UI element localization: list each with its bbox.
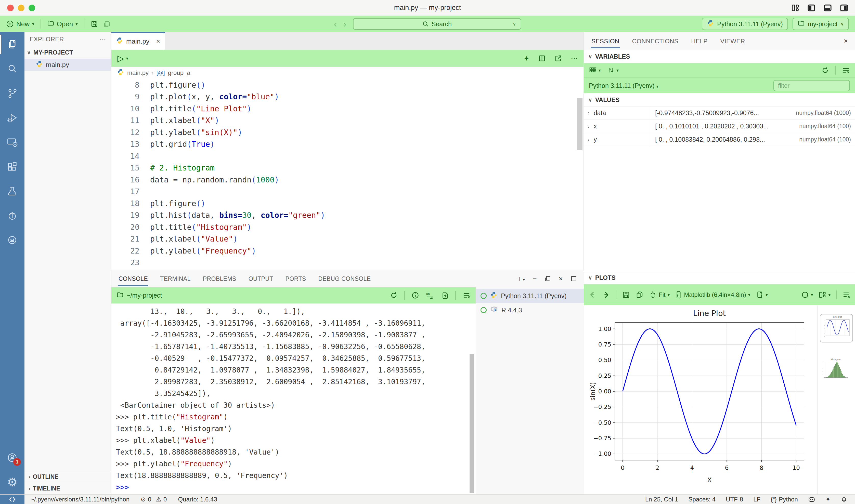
code-line[interactable]: 23 <box>111 257 584 269</box>
code-line[interactable]: 9plt.plot(x, y, color="blue") <box>111 91 584 103</box>
plot-size-selector[interactable]: Matplotlib (6.4in×4.8in)▾ <box>675 291 750 299</box>
encoding-status[interactable]: UTF-8 <box>726 496 743 503</box>
restore-panel-icon[interactable] <box>545 275 551 282</box>
plot-shape-icon[interactable]: ▾ <box>801 291 813 299</box>
code-line[interactable]: 8plt.figure() <box>111 79 584 91</box>
indentation-status[interactable]: Spaces: 4 <box>688 496 716 503</box>
fit-plot-icon[interactable]: Fit▾ <box>649 291 670 299</box>
search-dropdown-icon[interactable]: ∨ <box>513 21 516 27</box>
timeline-section[interactable]: ›TIMELINE <box>24 483 111 494</box>
language-mode-status[interactable]: {˟}Python <box>771 496 798 503</box>
console-info-icon[interactable] <box>411 291 419 299</box>
python-path-status[interactable]: ~/.pyenv/versions/3.11.11/bin/python <box>31 496 129 503</box>
code-line[interactable]: 18plt.figure() <box>111 197 584 210</box>
account-icon[interactable]: 1 <box>0 445 24 470</box>
testing-icon[interactable] <box>0 179 24 203</box>
right-tab-session[interactable]: SESSION <box>591 34 620 48</box>
export-plot-icon[interactable]: ▾ <box>756 291 768 299</box>
sort-variables-icon[interactable]: ▾ <box>607 67 619 74</box>
code-line[interactable]: 21plt.xlabel("Value") <box>111 233 584 245</box>
open-in-window-icon[interactable] <box>554 55 562 62</box>
new-terminal-icon[interactable]: ＋▾ <box>516 274 525 284</box>
right-tab-connections[interactable]: CONNECTIONS <box>632 34 679 48</box>
open-button[interactable]: Open▾ <box>47 20 78 29</box>
code-line[interactable]: 13plt.grid(True) <box>111 138 584 150</box>
code-line[interactable]: 15# 2. Histogram <box>111 162 584 174</box>
code-line[interactable]: 14 <box>111 150 584 162</box>
remote-console-icon[interactable]: >< <box>0 130 24 155</box>
export-console-icon[interactable] <box>441 291 449 299</box>
editor-more-actions-icon[interactable]: ⋯ <box>571 54 578 63</box>
variable-row-data[interactable]: ›data[-0.97448233,-0.75009923,-0.9076...… <box>584 107 855 120</box>
new-button[interactable]: New▾ <box>6 20 34 28</box>
outline-section[interactable]: ›OUTLINE <box>24 471 111 483</box>
variable-row-x[interactable]: ›x[ 0. , 0.1010101 , 0.2020202 , 0.30303… <box>584 120 855 133</box>
panel-tab-output[interactable]: OUTPUT <box>248 271 274 286</box>
maximize-panel-icon[interactable] <box>571 275 577 282</box>
panel-tab-ports[interactable]: PORTS <box>285 271 307 286</box>
notifications-bell-icon[interactable] <box>841 496 847 503</box>
word-wrap-icon[interactable]: ab <box>426 291 434 299</box>
console-scrollbar[interactable] <box>469 354 474 493</box>
clear-plots-icon[interactable] <box>842 291 850 299</box>
code-line[interactable]: 11plt.xlabel("X") <box>111 115 584 127</box>
customize-layout-icon[interactable] <box>791 4 799 12</box>
tab-main-py[interactable]: main.py × <box>111 32 165 50</box>
clear-console-icon[interactable] <box>462 291 470 299</box>
code-line[interactable]: 19plt.hist(data, bins=30, color="green") <box>111 210 584 221</box>
plot-thumbnail-line[interactable]: Line Plot––––––– <box>820 314 853 342</box>
group-variables-icon[interactable]: ▾ <box>589 67 601 74</box>
toggle-left-panel-icon[interactable] <box>807 4 816 12</box>
toggle-right-panel-icon[interactable] <box>840 4 848 12</box>
next-plot-icon[interactable] <box>602 291 610 299</box>
eol-status[interactable]: LF <box>753 496 761 503</box>
save-all-button[interactable] <box>103 20 111 28</box>
restart-console-icon[interactable] <box>390 291 398 299</box>
traffic-lights[interactable] <box>0 5 35 11</box>
plots-section-header[interactable]: ∨PLOTS <box>584 271 855 284</box>
nav-back-icon[interactable]: ‹ <box>334 19 337 29</box>
editor-scrollbar[interactable] <box>577 98 583 150</box>
code-line[interactable]: 22plt.ylabel("Frequency") <box>111 245 584 257</box>
variable-row-y[interactable]: ›y[ 0. , 0.10083842, 0.20064886, 0.298..… <box>584 133 855 146</box>
run-debug-icon[interactable] <box>0 106 24 130</box>
clear-variables-icon[interactable] <box>842 67 850 74</box>
plots-layout-icon[interactable]: ▾ <box>819 291 831 299</box>
code-editor[interactable]: 8plt.figure()9plt.plot(x, y, color="blue… <box>111 79 584 270</box>
right-tab-help[interactable]: HELP <box>691 34 708 48</box>
zoom-window-button[interactable] <box>29 5 35 11</box>
plot-thumbnail-histogram[interactable]: Histogram–––––– <box>820 357 853 383</box>
variables-section-header[interactable]: ∨VARIABLES <box>584 50 855 63</box>
close-right-panel-icon[interactable]: × <box>844 37 848 45</box>
save-plot-icon[interactable] <box>622 291 630 299</box>
close-panel-icon[interactable]: × <box>559 275 563 283</box>
problems-status[interactable]: ⊘0 ⚠0 <box>141 496 167 503</box>
console-output[interactable]: 13., 10., 3., 3., 0., 1.]), array([-4.16… <box>111 304 476 494</box>
settings-gear-icon[interactable]: ⚙ <box>0 470 24 494</box>
code-line[interactable]: 17 <box>111 186 584 198</box>
breadcrumb[interactable]: main.py › [@] group_a <box>111 67 584 79</box>
search-input[interactable]: Search ∨ <box>353 18 521 30</box>
split-editor-icon[interactable] <box>538 55 546 62</box>
interpreter-selector-button[interactable]: Python 3.11.11 (Pyenv) <box>702 18 788 30</box>
close-window-button[interactable] <box>7 5 14 11</box>
code-line[interactable]: 16data = np.random.randn(1000) <box>111 174 584 186</box>
variables-filter-input[interactable] <box>773 80 850 91</box>
code-line[interactable]: 20plt.title("Histogram") <box>111 221 584 233</box>
previous-plot-icon[interactable] <box>588 291 596 299</box>
remote-indicator[interactable] <box>0 494 24 504</box>
source-control-icon[interactable] <box>0 81 24 106</box>
panel-tab-terminal[interactable]: TERMINAL <box>160 271 191 286</box>
minimize-panel-icon[interactable]: − <box>533 275 537 283</box>
code-line[interactable]: 10plt.title("Line Plot") <box>111 103 584 115</box>
panel-tab-problems[interactable]: PROBLEMS <box>202 271 237 286</box>
values-section-header[interactable]: ∨VALUES <box>584 93 855 107</box>
close-tab-icon[interactable]: × <box>156 37 160 46</box>
extensions-icon[interactable] <box>0 155 24 179</box>
panel-tab-console[interactable]: CONSOLE <box>118 271 148 286</box>
copy-plot-icon[interactable] <box>636 291 643 299</box>
explorer-icon[interactable] <box>0 32 24 57</box>
nav-forward-icon[interactable]: › <box>343 19 346 29</box>
explorer-more-actions-icon[interactable]: ⋯ <box>100 36 106 43</box>
project-selector-button[interactable]: my-project∨ <box>792 18 849 30</box>
